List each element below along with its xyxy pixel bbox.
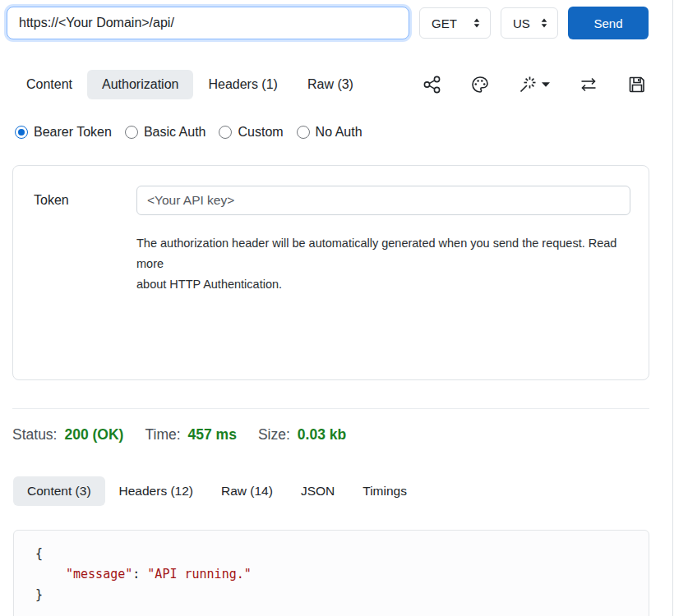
section-divider: [12, 408, 649, 409]
token-row: Token: [34, 186, 630, 215]
size-group: Size: 0.03 kb: [258, 426, 346, 444]
radio-basic-auth[interactable]: Basic Auth: [125, 125, 206, 140]
share-icon[interactable]: [422, 75, 442, 94]
save-icon[interactable]: [627, 75, 647, 94]
status-label: Status:: [12, 426, 57, 444]
radio-label: No Auth: [316, 125, 362, 140]
radio-label: Custom: [238, 125, 283, 140]
json-value: "API running.": [147, 567, 251, 582]
json-key: "message": [66, 567, 132, 582]
radio-selected-icon: [15, 126, 28, 139]
code-line: "message": "API running.": [35, 564, 649, 585]
tab-response-headers[interactable]: Headers (12): [105, 476, 207, 506]
radio-label: Bearer Token: [34, 125, 112, 140]
tab-response-content[interactable]: Content (3): [13, 476, 105, 506]
updown-arrows-icon: [539, 17, 549, 29]
page-right-divider: [672, 0, 673, 616]
status-group: Status: 200 (OK): [12, 426, 123, 444]
response-tabs: Content (3) Headers (12) Raw (14) JSON T…: [0, 476, 688, 506]
tab-response-timings[interactable]: Timings: [349, 476, 421, 506]
tab-content[interactable]: Content: [12, 70, 87, 99]
api-tester-page: GET US Send Content Authorization Header…: [0, 0, 688, 616]
status-value: 200 (OK): [64, 426, 123, 444]
response-status-row: Status: 200 (OK) Time: 457 ms Size: 0.03…: [0, 426, 688, 444]
auth-help-text: The authorization header will be automat…: [136, 233, 630, 295]
radio-unselected-icon: [297, 126, 310, 139]
radio-bearer-token[interactable]: Bearer Token: [15, 125, 112, 140]
size-value: 0.03 kb: [298, 426, 346, 444]
json-colon: :: [132, 567, 147, 582]
size-label: Size:: [258, 426, 290, 444]
time-group: Time: 457 ms: [145, 426, 236, 444]
swap-arrows-icon[interactable]: [578, 75, 599, 94]
radio-custom[interactable]: Custom: [219, 125, 283, 140]
palette-icon[interactable]: [470, 75, 490, 94]
tab-response-raw[interactable]: Raw (14): [207, 476, 287, 506]
radio-unselected-icon: [219, 126, 232, 139]
bearer-token-panel: Token The authorization header will be a…: [12, 165, 649, 380]
tab-raw[interactable]: Raw (3): [293, 70, 368, 99]
request-toolbar: [422, 75, 688, 94]
magic-wand-dropdown-icon[interactable]: [518, 75, 550, 94]
tab-headers[interactable]: Headers (1): [193, 70, 292, 99]
auth-type-options: Bearer Token Basic Auth Custom No Auth: [0, 125, 688, 140]
updown-arrows-icon: [472, 17, 482, 29]
code-line: }: [35, 585, 649, 605]
method-select[interactable]: GET: [419, 7, 491, 39]
region-select-value: US: [513, 16, 530, 30]
region-select[interactable]: US: [501, 7, 558, 39]
auth-help-line2: about HTTP Authentication.: [136, 274, 630, 295]
send-button[interactable]: Send: [568, 7, 649, 39]
auth-help-line1: The authorization header will be automat…: [136, 233, 630, 274]
tab-response-json[interactable]: JSON: [287, 476, 349, 506]
time-label: Time:: [145, 426, 180, 444]
radio-unselected-icon: [125, 126, 138, 139]
method-select-value: GET: [432, 16, 457, 30]
radio-no-auth[interactable]: No Auth: [297, 125, 362, 140]
request-tabs: Content Authorization Headers (1) Raw (3…: [0, 70, 688, 99]
token-label: Token: [34, 193, 136, 208]
tab-authorization[interactable]: Authorization: [87, 70, 193, 99]
request-bar: GET US Send: [0, 0, 688, 39]
time-value: 457 ms: [188, 426, 237, 444]
caret-down-icon: [542, 82, 550, 87]
token-input[interactable]: [136, 186, 630, 215]
radio-label: Basic Auth: [144, 125, 206, 140]
response-body: { "message": "API running." }: [13, 530, 649, 616]
code-line: {: [35, 544, 649, 564]
url-input[interactable]: [7, 7, 409, 39]
